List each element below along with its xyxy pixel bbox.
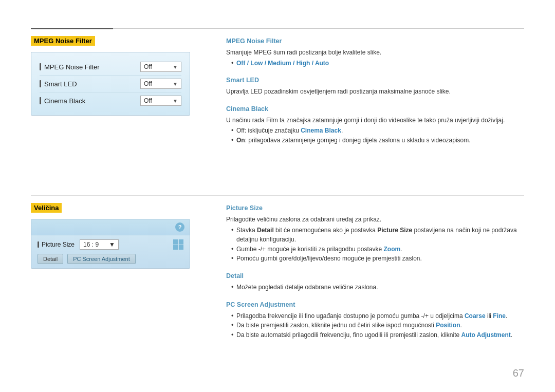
velicina-section-left: Veličina ? Picture Size 16 : 9 ▼ — [31, 203, 206, 347]
pc-screen-list: Prilagodba frekvencije ili fino ugađanje… — [226, 311, 524, 340]
question-mark-icon: ? — [175, 222, 184, 232]
zoom-link: Zoom — [383, 246, 400, 253]
detail-item: Možete pogledati detalje odabrane veliči… — [231, 283, 524, 292]
pc-screen-button[interactable]: PC Screen Adjustment — [67, 254, 136, 264]
picture-size-label: Picture Size — [38, 241, 75, 248]
detail-desc-title: Detail — [226, 271, 524, 281]
cinema-black-desc-title: Cinema Black — [226, 104, 524, 114]
cinema-black-select[interactable]: Off ▼ — [140, 96, 181, 106]
cinema-black-row-label: Cinema Black — [40, 97, 85, 105]
cinema-black-desc-text: U načinu rada Film ta značajka zatamnjuj… — [226, 116, 524, 125]
ui-row-smart-led: Smart LED Off ▼ — [40, 76, 181, 92]
mpeg-desc-text: Smanjuje MPEG šum radi postizanja bolje … — [226, 48, 524, 58]
smart-led-desc-title: Smart LED — [226, 75, 524, 85]
picture-size-desc-section: Picture Size Prilagodite veličinu zaslon… — [226, 203, 524, 264]
cinema-black-item-on: On: prilagođava zatamnjenje gornjeg i do… — [231, 136, 524, 145]
detail-desc-section: Detail Možete pogledati detalje odabrane… — [226, 271, 524, 292]
picture-size-select[interactable]: 16 : 9 ▼ — [80, 239, 119, 250]
picture-size-list: Stavka Detail bit će onemogućena ako je … — [226, 226, 524, 264]
smart-led-desc-section: Smart LED Upravlja LED pozadinskim osvje… — [226, 75, 524, 97]
smart-led-dropdown-arrow: ▼ — [173, 81, 178, 87]
mpeg-section-left: MPEG Noise Filter MPEG Noise Filter Off … — [31, 36, 206, 153]
pc-screen-item-coarse: Prilagodba frekvencije ili fino ugađanje… — [231, 311, 524, 321]
fine-link: Fine — [493, 312, 506, 320]
grid-icon — [173, 239, 183, 250]
ui-row-cinema-black: Cinema Black Off ▼ — [40, 92, 181, 109]
auto-adjustment-link: Auto Adjustment — [461, 331, 511, 339]
cinema-black-list: Off: isključuje značajku Cinema Black. O… — [226, 126, 524, 145]
smart-led-row-label: Smart LED — [40, 80, 77, 88]
picture-size-item-detail: Stavka Detail bit će onemogućena ako je … — [231, 226, 524, 245]
cinema-black-link: Cinema Black — [301, 127, 341, 134]
page-number: 67 — [513, 367, 524, 379]
picture-size-desc-title: Picture Size — [226, 203, 524, 213]
section-divider — [31, 195, 524, 196]
picture-select-arrow: ▼ — [109, 241, 115, 248]
pc-screen-desc-section: PC Screen Adjustment Prilagodba frekvenc… — [226, 300, 524, 340]
picture-size-row: Picture Size 16 : 9 ▼ — [38, 239, 183, 250]
cinema-black-item-off: Off: isključuje značajku Cinema Black. — [231, 126, 524, 136]
velicina-section-title: Veličina — [31, 203, 62, 213]
position-link: Position — [436, 322, 460, 329]
picture-panel-buttons: Detail PC Screen Adjustment — [38, 254, 183, 264]
coarse-link: Coarse — [465, 312, 486, 320]
mpeg-select[interactable]: Off ▼ — [140, 62, 181, 72]
smart-led-select[interactable]: Off ▼ — [140, 79, 181, 89]
velicina-section-right: Picture Size Prilagodite veličinu zaslon… — [226, 203, 524, 347]
cinema-black-dropdown-arrow: ▼ — [173, 98, 178, 104]
mpeg-option-item: Off / Low / Medium / High / Auto — [231, 59, 524, 68]
mpeg-ui-panel: MPEG Noise Filter Off ▼ Smart LED Off ▼ … — [31, 52, 190, 116]
picture-panel-body: Picture Size 16 : 9 ▼ Detail PC Screen A… — [31, 235, 190, 268]
mpeg-desc-section: MPEG Noise Filter Smanjuje MPEG šum radi… — [226, 36, 524, 68]
mpeg-section-title: MPEG Noise Filter — [31, 36, 95, 46]
cinema-black-desc-section: Cinema Black U načinu rada Film ta znača… — [226, 104, 524, 145]
mpeg-options-link: Off / Low / Medium / High / Auto — [236, 60, 329, 67]
picture-size-item-zoom: Gumbe -/+ moguće je koristiti za prilago… — [231, 245, 524, 254]
mpeg-dropdown-arrow: ▼ — [173, 64, 178, 70]
pc-screen-item-position: Da biste premjestili zaslon, kliknite je… — [231, 321, 524, 330]
smart-led-desc-text: Upravlja LED pozadinskim osvjetljenjem r… — [226, 87, 524, 97]
picture-size-desc-text: Prilagodite veličinu zaslona za odabrani… — [226, 215, 524, 225]
detail-list: Možete pogledati detalje odabrane veliči… — [226, 283, 524, 292]
mpeg-options-list: Off / Low / Medium / High / Auto — [226, 59, 524, 68]
picture-panel: ? Picture Size 16 : 9 ▼ Detail — [31, 219, 190, 269]
picture-panel-header: ? — [31, 219, 190, 235]
pc-screen-item-auto: Da biste automatski prilagodili frekvenc… — [231, 330, 524, 340]
detail-button[interactable]: Detail — [38, 254, 63, 264]
mpeg-desc-title: MPEG Noise Filter — [226, 36, 524, 46]
mpeg-row-label: MPEG Noise Filter — [40, 63, 100, 71]
picture-size-item-move: Pomoću gumbi gore/dolje/lijevo/desno mog… — [231, 254, 524, 264]
mpeg-section-right: MPEG Noise Filter Smanjuje MPEG šum radi… — [226, 36, 524, 153]
pc-screen-desc-title: PC Screen Adjustment — [226, 300, 524, 310]
ui-row-mpeg: MPEG Noise Filter Off ▼ — [40, 59, 181, 76]
